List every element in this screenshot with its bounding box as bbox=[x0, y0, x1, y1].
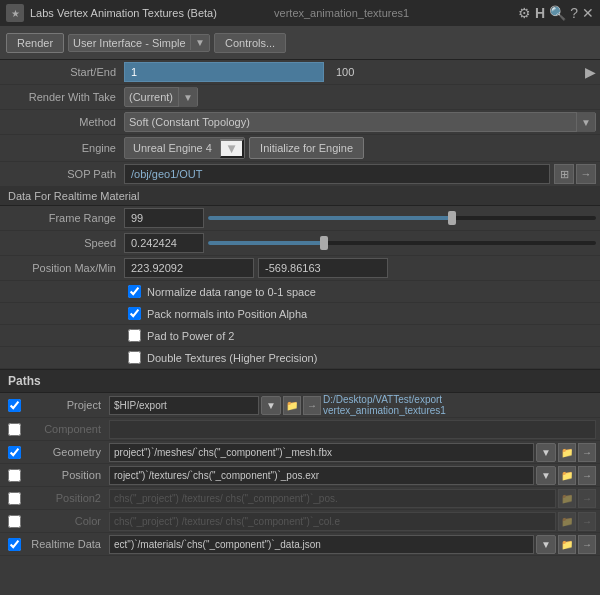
sop-icon-group: ⊞ → bbox=[554, 164, 596, 184]
h-icon[interactable]: H bbox=[535, 5, 545, 21]
pack-normals-label: Pack normals into Position Alpha bbox=[147, 308, 307, 320]
pos-min-input[interactable] bbox=[258, 258, 388, 278]
engine-select-wrap: Unreal Engine 4 ▼ bbox=[124, 137, 245, 159]
geometry-check-wrap bbox=[4, 446, 24, 459]
range-arrow[interactable]: ▶ bbox=[585, 64, 596, 80]
sop-arrow-button[interactable]: → bbox=[576, 164, 596, 184]
speed-thumb[interactable] bbox=[320, 236, 328, 250]
pos-maxmin-content bbox=[124, 258, 596, 278]
realtime-check-wrap bbox=[4, 538, 24, 551]
project-extra: D:/Desktop/VATTest/export vertex_animati… bbox=[323, 394, 446, 416]
position-input-wrap: ▼ 📁 → bbox=[109, 466, 596, 485]
project-input-wrap: ▼ 📁 → D:/Desktop/VATTest/export vertex_a… bbox=[109, 394, 596, 416]
take-select-arrow[interactable]: ▼ bbox=[178, 87, 197, 107]
position-input[interactable] bbox=[109, 466, 534, 485]
search-icon[interactable]: 🔍 bbox=[549, 5, 566, 21]
position2-input-wrap: 📁 → bbox=[109, 489, 596, 508]
project-folder-btn[interactable]: 📁 bbox=[283, 396, 301, 415]
sop-path-input[interactable] bbox=[124, 164, 550, 184]
project-checkbox[interactable] bbox=[8, 399, 21, 412]
engine-content: Unreal Engine 4 ▼ Initialize for Engine bbox=[124, 137, 596, 159]
component-label: Component bbox=[24, 423, 109, 435]
frame-range-input[interactable] bbox=[124, 208, 204, 228]
close-icon[interactable]: ✕ bbox=[582, 5, 594, 21]
project-label: Project bbox=[24, 399, 109, 411]
position-select-wrap: ▼ bbox=[536, 466, 556, 485]
position-select[interactable]: ▼ bbox=[537, 470, 555, 481]
engine-select-arrow[interactable]: ▼ bbox=[220, 139, 244, 158]
checkbox-double-textures: Double Textures (Higher Precision) bbox=[0, 347, 600, 369]
ui-select-wrap: User Interface - Simple ▼ bbox=[68, 34, 210, 52]
render-with-take-row: Render With Take (Current) ▼ bbox=[0, 85, 600, 110]
method-select[interactable]: Soft (Constant Topology) bbox=[125, 114, 576, 130]
component-checkbox[interactable] bbox=[8, 423, 21, 436]
controls-button[interactable]: Controls... bbox=[214, 33, 286, 53]
geometry-select[interactable]: ▼ bbox=[537, 447, 555, 458]
project-arrow-btn[interactable]: → bbox=[303, 396, 321, 415]
frame-range-slider[interactable] bbox=[208, 208, 596, 228]
project-extra-line2: vertex_animation_textures1 bbox=[323, 405, 446, 416]
pos-max-input[interactable] bbox=[124, 258, 254, 278]
method-row: Method Soft (Constant Topology) ▼ bbox=[0, 110, 600, 135]
engine-label: Engine bbox=[4, 142, 124, 154]
position-folder-btn[interactable]: 📁 bbox=[558, 466, 576, 485]
pack-normals-checkbox[interactable] bbox=[128, 307, 141, 320]
geometry-checkbox[interactable] bbox=[8, 446, 21, 459]
render-button[interactable]: Render bbox=[6, 33, 64, 53]
geometry-folder-btn[interactable]: 📁 bbox=[558, 443, 576, 462]
color-checkbox[interactable] bbox=[8, 515, 21, 528]
realtime-folder-btn[interactable]: 📁 bbox=[558, 535, 576, 554]
position-arrow-btn[interactable]: → bbox=[578, 466, 596, 485]
component-input bbox=[109, 420, 596, 439]
pos-maxmin-row: Position Max/Min bbox=[0, 256, 600, 281]
sop-pick-button[interactable]: ⊞ bbox=[554, 164, 574, 184]
title-bar: ★ Labs Vertex Animation Textures (Beta) … bbox=[0, 0, 600, 26]
realtime-select[interactable]: ▼ bbox=[537, 539, 555, 550]
position2-check-wrap bbox=[4, 492, 24, 505]
sop-path-row: SOP Path ⊞ → bbox=[0, 162, 600, 187]
realtime-input[interactable] bbox=[109, 535, 534, 554]
method-label: Method bbox=[4, 116, 124, 128]
frame-range-thumb[interactable] bbox=[448, 211, 456, 225]
position-checkbox[interactable] bbox=[8, 469, 21, 482]
method-select-arrow[interactable]: ▼ bbox=[576, 112, 595, 132]
sop-path-label: SOP Path bbox=[4, 168, 124, 180]
normalize-checkbox[interactable] bbox=[128, 285, 141, 298]
realtime-label: Realtime Data bbox=[24, 538, 109, 550]
app-title: Labs Vertex Animation Textures (Beta) bbox=[30, 7, 268, 19]
speed-input[interactable] bbox=[124, 233, 204, 253]
project-check-wrap bbox=[4, 399, 24, 412]
data-section-header: Data For Realtime Material bbox=[0, 187, 600, 206]
project-input[interactable] bbox=[109, 396, 259, 415]
method-content: Soft (Constant Topology) ▼ bbox=[124, 112, 596, 132]
color-arrow-btn: → bbox=[578, 512, 596, 531]
realtime-arrow-btn[interactable]: → bbox=[578, 535, 596, 554]
ui-select[interactable]: User Interface - Simple bbox=[69, 35, 190, 51]
project-select[interactable]: ▼ bbox=[262, 400, 280, 411]
position-check-wrap bbox=[4, 469, 24, 482]
path-row-project: Project ▼ 📁 → D:/Desktop/VATTest/export … bbox=[0, 393, 600, 418]
pos-maxmin-label: Position Max/Min bbox=[4, 262, 124, 274]
position-label: Position bbox=[24, 469, 109, 481]
speed-label: Speed bbox=[4, 237, 124, 249]
position2-checkbox[interactable] bbox=[8, 492, 21, 505]
realtime-checkbox[interactable] bbox=[8, 538, 21, 551]
project-select-wrap: ▼ bbox=[261, 396, 281, 415]
pad-power-checkbox[interactable] bbox=[128, 329, 141, 342]
help-icon[interactable]: ? bbox=[570, 5, 578, 21]
speed-slider[interactable] bbox=[208, 233, 596, 253]
color-input-wrap: 📁 → bbox=[109, 512, 596, 531]
gear-icon[interactable]: ⚙ bbox=[518, 5, 531, 21]
method-select-wrap: Soft (Constant Topology) ▼ bbox=[124, 112, 596, 132]
component-check-wrap bbox=[4, 423, 24, 436]
take-select[interactable]: (Current) bbox=[125, 89, 178, 105]
double-textures-checkbox[interactable] bbox=[128, 351, 141, 364]
checkbox-normalize: Normalize data range to 0-1 space bbox=[0, 281, 600, 303]
geometry-arrow-btn[interactable]: → bbox=[578, 443, 596, 462]
geometry-input[interactable] bbox=[109, 443, 534, 462]
geometry-label: Geometry bbox=[24, 446, 109, 458]
position2-arrow-btn: → bbox=[578, 489, 596, 508]
init-engine-button[interactable]: Initialize for Engine bbox=[249, 137, 364, 159]
start-input[interactable] bbox=[124, 62, 324, 82]
ui-select-arrow[interactable]: ▼ bbox=[190, 35, 209, 50]
